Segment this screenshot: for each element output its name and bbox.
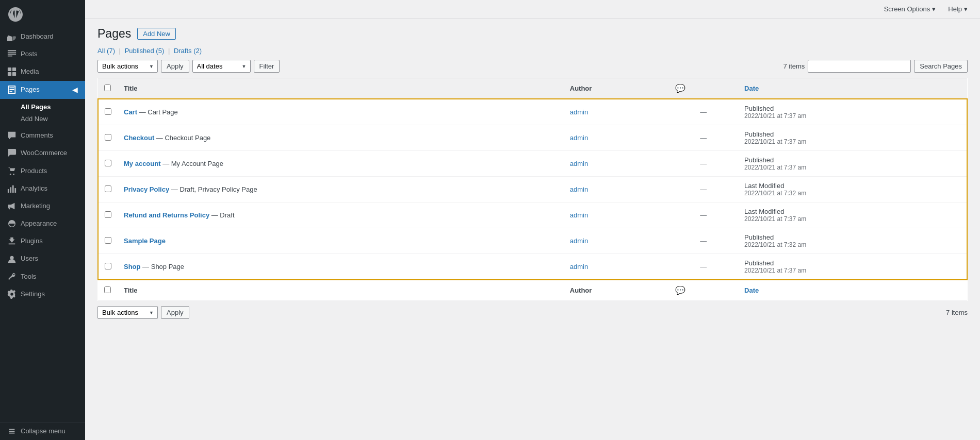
date-value-4: 2022/10/21 at 7:37 am <box>744 215 960 223</box>
author-link-6[interactable]: admin <box>570 263 588 270</box>
dates-select[interactable]: All datesOctober 2022 <box>192 60 251 73</box>
row-checkbox-5[interactable] <box>105 237 111 244</box>
sidebar-item-analytics[interactable]: Analytics <box>0 180 85 197</box>
author-link-5[interactable]: admin <box>570 237 588 245</box>
filter-published-link[interactable]: Published (5) <box>125 47 165 55</box>
author-link-1[interactable]: admin <box>570 134 588 142</box>
svg-rect-8 <box>12 185 14 193</box>
title-link-2[interactable]: My account <box>124 160 161 167</box>
sidebar-label-tools: Tools <box>21 272 36 281</box>
sidebar-item-comments[interactable]: Comments <box>0 127 85 144</box>
bulk-actions-select[interactable]: Bulk actionsEditMove to Trash <box>97 60 158 73</box>
row-author-3: admin <box>564 177 669 202</box>
row-comments-4: — <box>669 202 739 228</box>
col-header-comments: 💬 <box>669 78 739 99</box>
title-link-3[interactable]: Privacy Policy <box>124 185 169 193</box>
table-row: My account — My Account Pageadmin—Publis… <box>98 151 967 177</box>
filter-drafts-link[interactable]: Drafts (2) <box>174 47 202 55</box>
row-date-3: Last Modified2022/10/21 at 7:32 am <box>738 177 967 202</box>
select-all-header[interactable] <box>98 78 118 99</box>
row-date-0: Published2022/10/21 at 7:37 am <box>738 99 967 125</box>
screen-options-chevron: ▾ <box>932 5 936 13</box>
bulk-actions-dropdown-wrap: Bulk actionsEditMove to Trash <box>97 60 158 73</box>
row-author-5: admin <box>564 228 669 254</box>
help-button[interactable]: Help ▾ <box>942 2 974 16</box>
sidebar-item-marketing[interactable]: Marketing <box>0 197 85 215</box>
screen-options-button[interactable]: Screen Options ▾ <box>878 2 942 16</box>
sidebar-sub-add-new[interactable]: Add New <box>17 113 85 125</box>
row-date-6: Published2022/10/21 at 7:37 am <box>738 254 967 280</box>
row-checkbox-cell-4 <box>98 202 118 228</box>
add-new-button[interactable]: Add New <box>137 28 176 40</box>
comments-dash-5: — <box>700 237 707 245</box>
sidebar-item-appearance[interactable]: Appearance <box>0 215 85 232</box>
sidebar-sub-all-pages[interactable]: All Pages <box>17 101 85 113</box>
svg-point-5 <box>13 174 14 175</box>
comments-icon: 💬 <box>675 84 685 93</box>
search-pages-button[interactable]: Search Pages <box>914 60 968 73</box>
topbar: Screen Options ▾ Help ▾ <box>85 0 980 19</box>
row-date-5: Published2022/10/21 at 7:32 am <box>738 228 967 254</box>
select-all-footer-checkbox[interactable] <box>104 286 111 293</box>
date-value-3: 2022/10/21 at 7:32 am <box>744 190 960 197</box>
date-status-4: Last Modified <box>744 208 960 215</box>
svg-rect-11 <box>9 244 15 245</box>
svg-rect-2 <box>8 72 11 76</box>
row-author-2: admin <box>564 151 669 177</box>
col-footer-title: Title <box>118 280 564 301</box>
search-pages-input[interactable] <box>808 60 911 73</box>
row-checkbox-3[interactable] <box>105 185 111 192</box>
filter-button[interactable]: Filter <box>254 60 280 73</box>
title-link-0[interactable]: Cart <box>124 108 137 116</box>
sidebar-item-dashboard[interactable]: Dashboard <box>0 28 85 45</box>
screen-options-label: Screen Options <box>884 5 930 13</box>
title-suffix-1: — Checkout Page <box>154 134 210 142</box>
bulk-actions-bottom-wrap: Bulk actionsEditMove to Trash <box>97 306 158 319</box>
sidebar-item-pages[interactable]: Pages ◀ <box>0 81 85 99</box>
row-checkbox-4[interactable] <box>105 211 111 218</box>
sidebar-item-settings[interactable]: Settings <box>0 285 85 303</box>
author-link-4[interactable]: admin <box>570 211 588 219</box>
author-link-0[interactable]: admin <box>570 108 588 116</box>
apply-button-bottom[interactable]: Apply <box>161 306 189 319</box>
author-link-2[interactable]: admin <box>570 160 588 167</box>
sidebar-item-plugins[interactable]: Plugins <box>0 232 85 250</box>
sidebar-item-tools[interactable]: Tools <box>0 268 85 285</box>
apply-button-top[interactable]: Apply <box>161 60 189 73</box>
row-checkbox-0[interactable] <box>105 108 111 115</box>
title-link-1[interactable]: Checkout <box>124 134 154 142</box>
title-suffix-2: — My Account Page <box>161 160 223 167</box>
comments-dash-0: — <box>700 108 707 116</box>
title-link-5[interactable]: Sample Page <box>124 237 166 245</box>
row-author-1: admin <box>564 125 669 151</box>
collapse-menu-button[interactable]: Collapse menu <box>0 422 85 440</box>
bulk-actions-bottom-select[interactable]: Bulk actionsEditMove to Trash <box>97 306 158 319</box>
date-value-5: 2022/10/21 at 7:32 am <box>744 241 960 248</box>
title-link-4[interactable]: Refund and Returns Policy <box>124 211 209 219</box>
sidebar-item-media[interactable]: Media <box>0 63 85 80</box>
sidebar-item-users[interactable]: Users <box>0 250 85 267</box>
pages-table: Title Author 💬 Date Cart — Cart Pageadmi… <box>97 78 968 301</box>
date-value-6: 2022/10/21 at 7:37 am <box>744 267 960 274</box>
row-checkbox-cell-3 <box>98 177 118 202</box>
sidebar-item-posts[interactable]: Posts <box>0 45 85 63</box>
sidebar-label-users: Users <box>21 254 38 263</box>
filter-all-link[interactable]: All (7) <box>97 47 115 55</box>
sidebar-item-woocommerce[interactable]: WooCommerce <box>0 144 85 162</box>
date-value-2: 2022/10/21 at 7:37 am <box>744 164 960 171</box>
row-checkbox-2[interactable] <box>105 160 111 166</box>
row-comments-3: — <box>669 177 739 202</box>
author-link-3[interactable]: admin <box>570 185 588 193</box>
sidebar-label-comments: Comments <box>21 131 53 140</box>
row-date-1: Published2022/10/21 at 7:37 am <box>738 125 967 151</box>
select-all-footer[interactable] <box>98 280 118 301</box>
col-footer-comments: 💬 <box>669 280 739 301</box>
col-header-date[interactable]: Date <box>738 78 967 99</box>
title-link-6[interactable]: Shop <box>124 263 141 270</box>
col-header-title[interactable]: Title <box>118 78 564 99</box>
sidebar-item-products[interactable]: Products <box>0 162 85 180</box>
row-checkbox-1[interactable] <box>105 134 111 141</box>
row-checkbox-6[interactable] <box>105 263 111 269</box>
table-row: Checkout — Checkout Pageadmin—Published2… <box>98 125 967 151</box>
select-all-checkbox[interactable] <box>104 84 111 91</box>
